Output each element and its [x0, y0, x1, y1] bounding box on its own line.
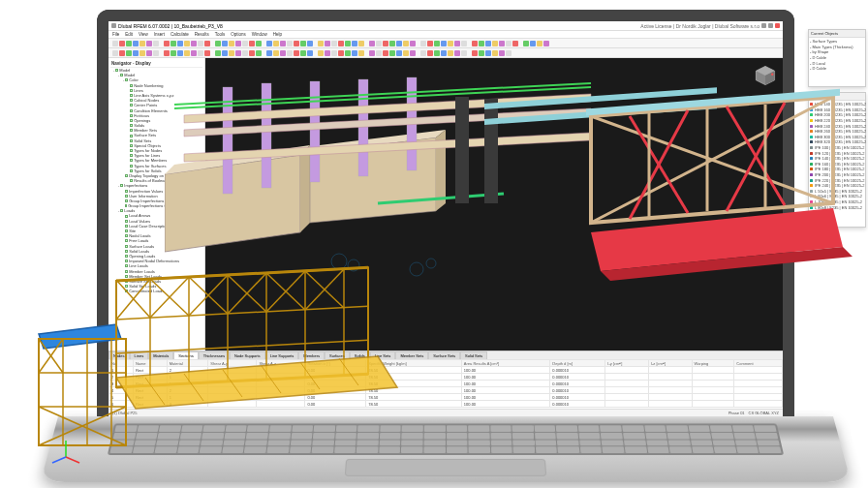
column-header[interactable]: Warping — [692, 360, 734, 367]
toolbar-button[interactable] — [472, 41, 478, 46]
toolbar-button[interactable] — [499, 50, 505, 56]
toolbar-button[interactable] — [472, 50, 478, 56]
toolbar-button[interactable] — [112, 41, 118, 46]
toolbar-button[interactable] — [222, 50, 228, 56]
toolbar-button[interactable] — [523, 41, 529, 46]
toolbar-button[interactable] — [396, 41, 402, 46]
toolbar-button[interactable] — [492, 41, 498, 46]
toolbar-button[interactable] — [485, 50, 491, 56]
toolbar-button[interactable] — [280, 41, 286, 46]
toolbar-button[interactable] — [485, 41, 491, 46]
toolbar-button[interactable] — [204, 50, 210, 56]
material-row[interactable]: L 70x7 | S235 | EN 10025-2 — [810, 199, 864, 205]
table-tab[interactable]: Materials — [148, 351, 173, 359]
toolbar-button[interactable] — [352, 41, 357, 46]
maximize-icon[interactable] — [768, 23, 773, 28]
menu-file[interactable]: File — [112, 32, 119, 37]
menu-view[interactable]: View — [139, 32, 148, 37]
panel-current-object[interactable]: Current Objects - Surface Types- Main Ty… — [808, 29, 866, 87]
toolbar-button[interactable] — [184, 50, 190, 56]
toolbar-button[interactable] — [177, 41, 183, 46]
column-header[interactable]: I-y [cm⁴] — [605, 360, 649, 367]
toolbar-button[interactable] — [307, 50, 313, 56]
column-header[interactable]: Rotation α [°] — [305, 360, 366, 367]
toolbar-button[interactable] — [287, 50, 293, 56]
toolbar-button[interactable] — [249, 50, 255, 56]
menu-window[interactable]: Window — [252, 32, 267, 37]
material-row[interactable]: IPE 240 | S235 | EN 10025-2 — [810, 183, 864, 189]
column-header[interactable]: Shear A-y — [208, 360, 257, 367]
toolbar-button[interactable] — [396, 50, 402, 56]
material-row[interactable]: L 50x5 | S235 | EN 10025-2 — [810, 189, 864, 195]
column-header[interactable]: No. — [109, 360, 134, 367]
toolbar-button[interactable] — [140, 50, 145, 56]
toolbar-button[interactable] — [434, 41, 440, 46]
toolbar-button[interactable] — [403, 41, 409, 46]
toolbar-button[interactable] — [492, 50, 498, 56]
table-row[interactable]: 2Rect10.0078.50100.000.000010 — [109, 374, 783, 381]
material-row[interactable]: HEB 260 | S235 | EN 10025-2 — [810, 129, 864, 135]
table-tab[interactable]: Line Sets — [370, 351, 396, 359]
menu-calculate[interactable]: Calculate — [170, 32, 189, 37]
toolbar-button[interactable] — [249, 41, 255, 46]
toolbar-button[interactable] — [369, 41, 375, 46]
toolbar-button[interactable] — [369, 50, 375, 56]
toolbar-button[interactable] — [198, 41, 203, 46]
material-row[interactable]: IPE 200 | S235 | EN 10025-2 — [810, 172, 864, 178]
toolbar-button[interactable] — [273, 41, 279, 46]
toolbar-button[interactable] — [427, 41, 433, 46]
column-header[interactable]: Comment — [734, 360, 783, 367]
toolbar-button[interactable] — [215, 50, 221, 56]
material-row[interactable]: L 60x6 | S235 | EN 10025-2 — [810, 194, 864, 199]
material-row[interactable]: HEB 140 | S235 | EN 10025-2 — [810, 102, 864, 107]
toolbar-button[interactable] — [434, 50, 440, 56]
panel-row[interactable]: - D Cable — [810, 66, 864, 72]
toolbar-button[interactable] — [512, 41, 518, 46]
toolbar-button[interactable] — [345, 41, 351, 46]
material-row[interactable]: HEB 240 | S235 | EN 10025-2 — [810, 123, 864, 129]
toolbar-button[interactable] — [448, 41, 453, 46]
toolbar-button[interactable] — [506, 50, 512, 56]
toolbar-button[interactable] — [294, 41, 299, 46]
material-row[interactable]: IPE 160 | S235 | EN 10025-2 — [810, 162, 864, 168]
toolbar-button[interactable] — [331, 50, 337, 56]
3d-viewport[interactable] — [205, 58, 783, 351]
toolbar-button[interactable] — [177, 50, 183, 56]
toolbar-button[interactable] — [389, 50, 395, 56]
minimize-icon[interactable] — [761, 23, 766, 28]
toolbar-button[interactable] — [383, 50, 388, 56]
material-row[interactable]: HEB 200 | S235 | EN 10025-2 — [810, 112, 864, 118]
toolbar-button[interactable] — [164, 41, 170, 46]
toolbar-button[interactable] — [345, 50, 351, 56]
material-row[interactable]: IPE 220 | S235 | EN 10025-2 — [810, 177, 864, 183]
toolbar-button[interactable] — [441, 41, 447, 46]
toolbar-button[interactable] — [184, 41, 190, 46]
toolbar-button[interactable] — [215, 41, 221, 46]
toolbar-button[interactable] — [229, 41, 234, 46]
menu-tools[interactable]: Tools — [215, 32, 226, 37]
toolbar-button[interactable] — [338, 41, 344, 46]
toolbar-button[interactable] — [441, 50, 447, 56]
toolbar-button[interactable] — [119, 50, 125, 56]
toolbar-button[interactable] — [164, 50, 170, 56]
toolbar-button[interactable] — [126, 50, 132, 56]
menu-help[interactable]: Help — [273, 32, 282, 37]
toolbar-button[interactable] — [242, 41, 248, 46]
table-tab[interactable]: Sections — [173, 351, 198, 359]
panel-materials[interactable]: Materials HEB 140 | S235 | EN 10025-2HEB… — [808, 92, 866, 228]
tree-node[interactable]: Concentrated Loads — [110, 289, 202, 293]
toolbar-button[interactable] — [235, 41, 241, 46]
toolbar-button[interactable] — [530, 41, 536, 46]
toolbar-button[interactable] — [318, 41, 324, 46]
toolbar-button[interactable] — [383, 41, 388, 46]
toolbar-button[interactable] — [307, 41, 313, 46]
toolbar-button[interactable] — [376, 50, 382, 56]
toolbar-button[interactable] — [133, 41, 139, 46]
toolbar-button[interactable] — [126, 41, 132, 46]
toolbar-button[interactable] — [146, 41, 152, 46]
menu-options[interactable]: Options — [231, 32, 246, 37]
material-row[interactable]: HEB 300 | S235 | EN 10025-2 — [810, 135, 864, 140]
toolbar-button[interactable] — [170, 50, 176, 56]
table-row[interactable]: 1Rect20.0078.50100.000.000010 — [109, 367, 783, 374]
toolbar-button[interactable] — [273, 50, 279, 56]
